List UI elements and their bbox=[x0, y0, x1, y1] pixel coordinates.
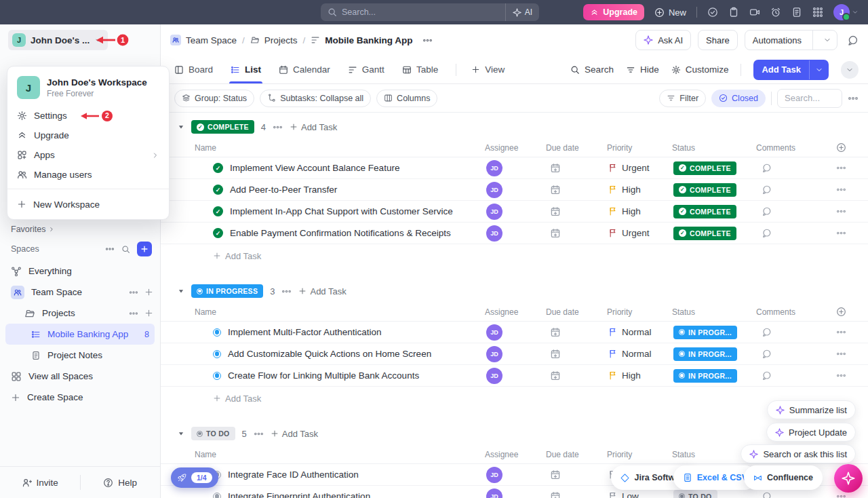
group-add-task-button[interactable]: Add Task bbox=[290, 122, 337, 132]
search-ai-toggle[interactable]: AI bbox=[505, 3, 539, 21]
collapse-group-icon[interactable] bbox=[178, 123, 184, 130]
task-name[interactable]: Enable Payment Confirmation Notification… bbox=[230, 228, 451, 238]
sidebar-item-mobile-banking-app[interactable]: Mobile Banking App 8 bbox=[5, 324, 155, 345]
column-comments[interactable]: Comments bbox=[752, 307, 827, 317]
subtasks-pill[interactable]: Subtasks: Collapse all bbox=[260, 90, 371, 107]
add-task-row[interactable]: Add Task bbox=[161, 244, 868, 267]
due-date-cell[interactable] bbox=[542, 163, 603, 174]
assignee-avatar[interactable]: JD bbox=[486, 467, 502, 483]
sidebar-item-project-notes[interactable]: Project Notes bbox=[0, 345, 160, 366]
task-status-icon[interactable] bbox=[213, 372, 221, 380]
help-button[interactable]: Help bbox=[81, 478, 161, 488]
due-date-cell[interactable] bbox=[542, 370, 603, 381]
toolbar-options-icon[interactable] bbox=[848, 93, 859, 104]
table-row[interactable]: Create Flow for Linking Multiple Bank Ac… bbox=[161, 365, 868, 387]
column-name[interactable]: Name bbox=[161, 143, 481, 153]
task-status-icon[interactable] bbox=[213, 328, 221, 337]
task-status-icon[interactable] bbox=[213, 163, 223, 173]
account-menu[interactable]: J bbox=[833, 4, 859, 20]
task-status-icon[interactable] bbox=[213, 350, 221, 358]
tab-calendar[interactable]: Calendar bbox=[279, 56, 330, 83]
priority-cell[interactable]: High bbox=[603, 370, 668, 381]
column-priority[interactable]: Priority bbox=[603, 450, 668, 459]
columns-pill[interactable]: Columns bbox=[376, 90, 437, 107]
user-avatar[interactable]: J bbox=[833, 4, 850, 20]
group-status-badge[interactable]: COMPLETE bbox=[191, 120, 254, 134]
add-column-icon[interactable] bbox=[827, 307, 860, 317]
row-actions-icon[interactable] bbox=[827, 163, 860, 173]
status-badge[interactable]: TO DO bbox=[673, 490, 717, 498]
task-name[interactable]: Implement View Account Balance Feature bbox=[230, 163, 399, 173]
favorites-section[interactable]: Favorites bbox=[0, 221, 160, 237]
task-name[interactable]: Create Flow for Linking Multiple Bank Ac… bbox=[228, 370, 419, 381]
todo-check-icon[interactable] bbox=[707, 7, 718, 18]
task-status-icon[interactable] bbox=[213, 228, 223, 238]
workspace-switcher[interactable]: J John Doe's ... bbox=[8, 30, 108, 50]
space-add-icon[interactable] bbox=[144, 288, 153, 296]
status-badge[interactable]: IN PROGR... bbox=[673, 347, 737, 361]
hide-button[interactable]: Hide bbox=[626, 64, 659, 75]
due-date-cell[interactable] bbox=[542, 327, 603, 338]
app-launcher-icon[interactable] bbox=[812, 7, 823, 18]
column-due-date[interactable]: Due date bbox=[542, 307, 603, 317]
priority-cell[interactable]: Low bbox=[603, 491, 668, 498]
row-actions-icon[interactable] bbox=[827, 491, 860, 498]
summarize-list-button[interactable]: Summarize list bbox=[767, 400, 856, 419]
due-date-cell[interactable] bbox=[542, 349, 603, 360]
table-row[interactable]: Enable Payment Confirmation Notification… bbox=[161, 223, 868, 244]
record-video-icon[interactable] bbox=[749, 7, 760, 18]
add-column-icon[interactable] bbox=[827, 142, 860, 153]
ai-assistant-button[interactable] bbox=[834, 464, 863, 493]
breadcrumb-options-icon[interactable] bbox=[422, 35, 433, 45]
menu-item-upgrade[interactable]: Upgrade bbox=[7, 126, 169, 145]
table-row[interactable]: Implement Multi-Factor Authentication JD… bbox=[161, 322, 868, 343]
due-date-cell[interactable] bbox=[542, 470, 603, 480]
automations-dropdown-icon[interactable] bbox=[818, 36, 837, 44]
status-badge[interactable]: COMPLETE bbox=[673, 205, 736, 218]
assignee-avatar[interactable]: JD bbox=[486, 182, 502, 198]
menu-item-new-workspace[interactable]: New Workspace bbox=[7, 193, 169, 215]
task-name[interactable]: Add Customizable Quick Actions on Home S… bbox=[228, 349, 431, 359]
search-or-ask-button[interactable]: Search or ask this list bbox=[741, 444, 856, 463]
notepad-icon[interactable] bbox=[791, 7, 802, 18]
tab-list[interactable]: List bbox=[231, 56, 261, 83]
closed-pill[interactable]: Closed bbox=[711, 90, 766, 107]
sidebar-item-projects[interactable]: Projects bbox=[0, 303, 160, 324]
row-actions-icon[interactable] bbox=[827, 370, 860, 381]
clickup-logo-icon[interactable] bbox=[9, 5, 22, 19]
add-space-button[interactable] bbox=[137, 242, 152, 256]
row-actions-icon[interactable] bbox=[827, 206, 860, 216]
priority-cell[interactable]: High bbox=[603, 206, 668, 216]
task-status-icon[interactable] bbox=[213, 185, 223, 195]
assignee-avatar[interactable]: JD bbox=[486, 204, 502, 220]
reminder-alarm-icon[interactable] bbox=[770, 7, 781, 18]
filter-pill[interactable]: Filter bbox=[659, 90, 706, 107]
table-row[interactable]: Implement View Account Balance Feature J… bbox=[161, 157, 868, 179]
task-name[interactable]: Integrate Fingerprint Authentication bbox=[228, 491, 370, 498]
status-badge[interactable]: COMPLETE bbox=[673, 183, 736, 197]
priority-cell[interactable]: Urgent bbox=[603, 228, 668, 238]
global-search-input[interactable] bbox=[342, 7, 505, 17]
status-badge[interactable]: IN PROGR... bbox=[673, 326, 737, 339]
breadcrumb-list[interactable]: Mobile Banking App bbox=[311, 35, 412, 45]
search-tasks-button[interactable]: Search bbox=[570, 64, 614, 75]
column-status[interactable]: Status bbox=[668, 307, 752, 317]
column-priority[interactable]: Priority bbox=[603, 143, 668, 153]
ask-ai-button[interactable]: Ask AI bbox=[635, 30, 691, 50]
comment-icon[interactable] bbox=[752, 228, 827, 238]
task-name[interactable]: Implement In-App Chat Support with Custo… bbox=[230, 206, 453, 216]
sidebar-item-view-all-spaces[interactable]: View all Spaces bbox=[0, 366, 160, 387]
group-options-icon[interactable] bbox=[254, 429, 264, 439]
group-options-icon[interactable] bbox=[281, 286, 292, 296]
spaces-options-icon[interactable] bbox=[105, 244, 115, 254]
task-name[interactable]: Integrate Face ID Authentication bbox=[228, 470, 359, 480]
sidebar-item-everything[interactable]: Everything bbox=[0, 261, 160, 282]
column-name[interactable]: Name bbox=[161, 450, 481, 459]
row-actions-icon[interactable] bbox=[827, 349, 860, 359]
column-due-date[interactable]: Due date bbox=[542, 450, 603, 459]
status-badge[interactable]: COMPLETE bbox=[673, 161, 736, 175]
customize-button[interactable]: Customize bbox=[671, 64, 729, 75]
menu-item-apps[interactable]: Apps bbox=[7, 145, 169, 165]
comment-icon[interactable] bbox=[752, 163, 827, 173]
clipboard-icon[interactable] bbox=[728, 7, 739, 18]
